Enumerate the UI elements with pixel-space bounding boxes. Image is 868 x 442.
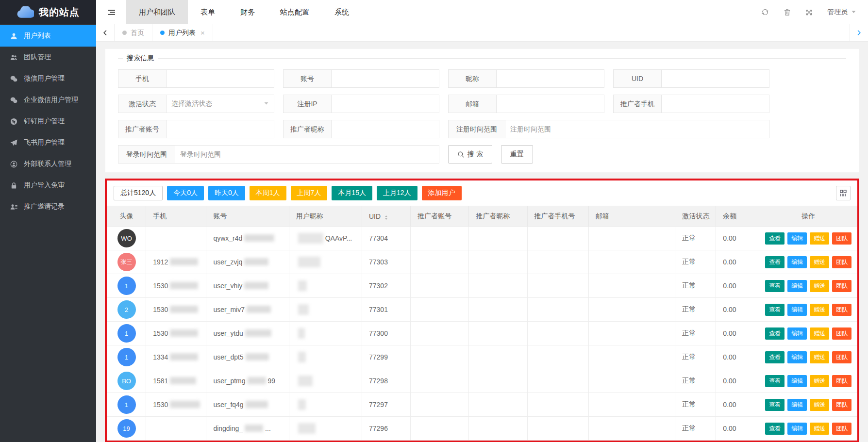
search-field-label: UID	[613, 69, 662, 88]
action-赠送-button[interactable]: 赠送	[810, 423, 829, 435]
stat-today-button[interactable]: 今天0人	[167, 186, 204, 200]
action-团队-button[interactable]: 团队	[832, 280, 851, 292]
search-field-input[interactable]	[331, 69, 439, 88]
action-编辑-button[interactable]: 编辑	[787, 256, 807, 268]
stat-last-week-button[interactable]: 上周7人	[291, 186, 328, 200]
action-赠送-button[interactable]: 赠送	[810, 256, 829, 268]
uid-cell: 77304	[362, 227, 410, 250]
tab-close-icon[interactable]: ×	[200, 29, 205, 37]
tabs-scroll-left-button[interactable]	[96, 24, 115, 41]
action-赠送-button[interactable]: 赠送	[810, 232, 829, 245]
reset-button[interactable]: 重置	[501, 145, 533, 164]
search-field-input[interactable]	[661, 69, 769, 88]
action-赠送-button[interactable]: 赠送	[810, 375, 829, 387]
action-团队-button[interactable]: 团队	[832, 375, 851, 387]
sidebar-item-user-import-review[interactable]: 用户导入免审	[0, 175, 96, 196]
content-area: 首页用户列表× 搜索信息 手机账号昵称UID激活状态选择激活状态注册IP邮箱推广…	[96, 24, 868, 442]
action-团队-button[interactable]: 团队	[832, 327, 851, 340]
sidebar-item-label: 外部联系人管理	[24, 160, 71, 168]
search-field-input[interactable]	[661, 95, 769, 113]
action-团队-button[interactable]: 团队	[832, 304, 851, 316]
search-button[interactable]: 搜 索	[448, 145, 492, 164]
action-团队-button[interactable]: 团队	[832, 423, 851, 435]
stat-total-button[interactable]: 总计5120人	[114, 186, 163, 200]
uid-cell: 77297	[362, 393, 410, 417]
sidebar-item-dingtalk-users[interactable]: 钉钉用户管理	[0, 111, 96, 132]
action-查看-button[interactable]: 查看	[765, 375, 785, 387]
nav-item-users-teams[interactable]: 用户和团队	[126, 0, 188, 24]
search-field-input[interactable]	[331, 120, 439, 138]
action-查看-button[interactable]: 查看	[765, 304, 785, 316]
action-查看-button[interactable]: 查看	[765, 351, 785, 363]
search-field-input[interactable]	[331, 95, 439, 113]
admin-menu[interactable]: 管理员	[827, 8, 856, 16]
action-查看-button[interactable]: 查看	[765, 232, 785, 245]
tabs-scroll-right-button[interactable]	[850, 24, 868, 41]
sidebar-item-promotion-invites[interactable]: 推广邀请记录	[0, 196, 96, 217]
nav-item-forms[interactable]: 表单	[188, 0, 228, 24]
tab-user-list[interactable]: 用户列表×	[152, 24, 213, 41]
search-form-rows: 手机账号昵称UID激活状态选择激活状态注册IP邮箱推广者手机推广者账号推广者昵称…	[118, 69, 846, 138]
activation-status-select[interactable]: 选择激活状态	[166, 95, 274, 113]
search-form-row: 推广者账号推广者昵称注册时间范围	[118, 120, 846, 138]
login-time-range-input[interactable]	[175, 145, 439, 164]
search-field-label: 手机	[118, 69, 167, 88]
action-查看-button[interactable]: 查看	[765, 280, 785, 292]
column-settings-button[interactable]	[836, 186, 851, 200]
avatar-cell: BO	[107, 369, 146, 393]
nav-item-system[interactable]: 系统	[322, 0, 362, 24]
action-赠送-button[interactable]: 赠送	[810, 327, 829, 340]
tab-bar: 首页用户列表×	[96, 24, 868, 42]
nickname-cell	[289, 250, 362, 274]
action-团队-button[interactable]: 团队	[832, 351, 851, 363]
fullscreen-button[interactable]	[805, 9, 813, 16]
action-赠送-button[interactable]: 赠送	[810, 351, 829, 363]
search-field-input[interactable]	[496, 69, 604, 88]
action-查看-button[interactable]: 查看	[765, 423, 785, 435]
grid-icon	[839, 189, 847, 197]
phone-cell: 1530	[146, 274, 206, 298]
action-编辑-button[interactable]: 编辑	[787, 375, 807, 387]
action-编辑-button[interactable]: 编辑	[787, 280, 807, 292]
add-user-button[interactable]: 添加用户	[422, 186, 462, 200]
sort-icon[interactable]	[384, 215, 389, 220]
sidebar-item-feishu-users[interactable]: 飞书用户管理	[0, 132, 96, 153]
sidebar-item-external-contacts[interactable]: 外部联系人管理	[0, 153, 96, 175]
stat-this-month-button[interactable]: 本月15人	[332, 186, 372, 200]
action-赠送-button[interactable]: 赠送	[810, 304, 829, 316]
action-查看-button[interactable]: 查看	[765, 256, 785, 268]
search-field-input[interactable]	[505, 120, 769, 138]
email-cell	[588, 417, 675, 441]
sidebar-item-user-list[interactable]: 用户列表	[0, 25, 96, 47]
table-row: 11530user_ytdu77300正常0.00查看编辑赠送团队	[107, 322, 857, 345]
action-编辑-button[interactable]: 编辑	[787, 399, 807, 411]
search-field-input[interactable]	[166, 120, 274, 138]
nav-item-site-config[interactable]: 站点配置	[267, 0, 322, 24]
clear-cache-button[interactable]	[784, 8, 791, 16]
phone-cell: 1912	[146, 250, 206, 274]
action-编辑-button[interactable]: 编辑	[787, 304, 807, 316]
action-查看-button[interactable]: 查看	[765, 399, 785, 411]
action-团队-button[interactable]: 团队	[832, 399, 851, 411]
action-赠送-button[interactable]: 赠送	[810, 280, 829, 292]
sidebar-item-wecom-users[interactable]: 企业微信用户管理	[0, 89, 96, 111]
action-团队-button[interactable]: 团队	[832, 256, 851, 268]
tab-home[interactable]: 首页	[115, 24, 152, 41]
action-编辑-button[interactable]: 编辑	[787, 327, 807, 340]
action-编辑-button[interactable]: 编辑	[787, 423, 807, 435]
collapse-sidebar-button[interactable]	[96, 0, 126, 24]
nav-item-finance[interactable]: 财务	[228, 0, 267, 24]
action-赠送-button[interactable]: 赠送	[810, 399, 829, 411]
search-field-input[interactable]	[166, 69, 274, 88]
stat-last-month-button[interactable]: 上月12人	[377, 186, 417, 200]
refresh-button[interactable]	[761, 8, 769, 16]
sidebar-item-wechat-users[interactable]: 微信用户管理	[0, 68, 96, 89]
action-编辑-button[interactable]: 编辑	[787, 351, 807, 363]
sidebar-item-team-management[interactable]: 团队管理	[0, 47, 96, 68]
action-团队-button[interactable]: 团队	[832, 232, 851, 245]
action-编辑-button[interactable]: 编辑	[787, 232, 807, 245]
stat-yesterday-button[interactable]: 昨天0人	[208, 186, 245, 200]
stat-this-week-button[interactable]: 本周1人	[250, 186, 286, 200]
action-查看-button[interactable]: 查看	[765, 327, 785, 340]
search-field-input[interactable]	[496, 95, 604, 113]
